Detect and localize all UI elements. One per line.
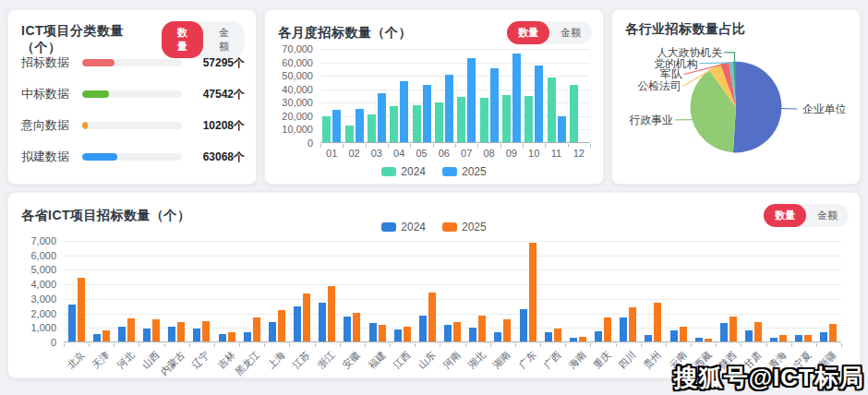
chart-bar[interactable] [579,337,586,341]
chart-bar[interactable] [353,313,360,341]
chart-bar[interactable] [435,102,443,142]
legend-item[interactable]: 2024 [381,165,426,178]
chart-bar[interactable] [78,278,85,341]
legend-item[interactable]: 2025 [442,165,487,178]
panel-monthly-bids: 各月度招标数量（个） 数量 金额 010,00020,00030,00040,0… [264,9,604,185]
chart-bar[interactable] [754,322,762,341]
chart-bar[interactable] [278,310,285,341]
chart-bar[interactable] [390,106,398,142]
chart-bar[interactable] [93,334,101,341]
chart-bar[interactable] [118,327,126,341]
category-progress-bar[interactable] [82,153,182,161]
chart-bar[interactable] [269,322,276,341]
chart-bar[interactable] [345,126,354,142]
chart-bar[interactable] [680,327,687,341]
chart-bar[interactable] [770,338,778,341]
chart-bar[interactable] [168,327,175,342]
chart-bar[interactable] [457,97,465,142]
chart-bar[interactable] [570,338,577,341]
chart-bar[interactable] [378,93,386,142]
chart-bar[interactable] [419,316,427,341]
chart-bar[interactable] [480,98,488,142]
chart-bar[interactable] [244,332,251,341]
chart-bar[interactable] [467,58,476,142]
chart-bar[interactable] [829,324,837,341]
chart-bar[interactable] [143,329,151,341]
chart-bar[interactable] [729,317,737,341]
x-axis-label: 重庆 [591,349,614,372]
chart-bar[interactable] [529,243,536,341]
chart-bar[interactable] [445,75,453,142]
chart-bar[interactable] [478,316,486,341]
x-axis-tick [89,343,90,347]
category-progress-bar[interactable] [82,122,182,129]
chart-bar[interactable] [804,335,812,342]
chart-bar[interactable] [490,68,499,142]
chart-bar[interactable] [356,109,364,142]
chart-bar[interactable] [645,335,652,342]
chart-bar[interactable] [303,293,310,341]
chart-bar[interactable] [595,331,602,341]
toggle-amount-button[interactable]: 金额 [549,21,592,44]
chart-bar[interactable] [193,329,200,341]
chart-bar[interactable] [369,323,377,341]
chart-bar[interactable] [400,81,408,142]
chart-bar[interactable] [444,325,452,341]
chart-bar[interactable] [328,286,335,341]
x-axis-label: 安徽 [341,349,364,372]
pie-slice[interactable] [733,62,781,153]
chart-bar[interactable] [322,116,331,142]
chart-bar[interactable] [68,305,76,341]
chart-bar[interactable] [570,85,578,142]
chart-bar[interactable] [344,317,351,341]
chart-bar[interactable] [720,323,728,341]
chart-bar[interactable] [319,303,326,341]
chart-bar[interactable] [503,319,511,341]
chart-bar[interactable] [379,325,386,341]
chart-bar[interactable] [554,329,561,341]
chart-bar[interactable] [820,332,827,341]
toggle-quantity-button[interactable]: 数量 [507,21,549,44]
chart-bar[interactable] [202,321,210,341]
chart-bar[interactable] [394,329,402,341]
chart-bar[interactable] [545,332,552,341]
chart-bar[interactable] [502,95,511,142]
chart-bar[interactable] [779,335,787,341]
chart-bar[interactable] [524,96,533,142]
chart-bar[interactable] [520,309,527,341]
chart-bar[interactable] [228,332,235,341]
chart-bar[interactable] [558,116,566,142]
chart-bar[interactable] [620,317,627,341]
chart-bar[interactable] [413,105,421,142]
chart-bar[interactable] [494,332,501,341]
legend-item[interactable]: 2024 [381,221,426,233]
chart-bar[interactable] [253,317,260,341]
chart-bar[interactable] [294,306,301,341]
chart-bar[interactable] [152,319,160,341]
chart-bar[interactable] [705,339,712,341]
chart-bar[interactable] [127,318,135,341]
chart-bar[interactable] [428,293,436,341]
chart-bar[interactable] [548,78,556,142]
chart-bar[interactable] [332,110,341,142]
chart-bar[interactable] [604,317,611,341]
chart-bar[interactable] [695,338,703,341]
chart-bar[interactable] [219,334,226,342]
chart-bar[interactable] [102,330,110,341]
chart-bar[interactable] [177,322,185,341]
chart-bar[interactable] [654,303,661,341]
chart-bar[interactable] [404,327,411,341]
chart-bar[interactable] [795,335,802,341]
chart-bar[interactable] [512,54,521,142]
chart-bar[interactable] [629,307,636,341]
chart-bar[interactable] [469,328,476,341]
category-progress-bar[interactable] [82,90,182,98]
chart-bar[interactable] [368,114,376,142]
chart-bar[interactable] [453,322,461,341]
chart-bar[interactable] [535,66,543,142]
chart-bar[interactable] [670,330,678,341]
legend-item[interactable]: 2025 [442,221,487,233]
chart-bar[interactable] [745,330,753,341]
category-progress-bar[interactable] [82,59,182,66]
chart-bar[interactable] [423,85,431,142]
